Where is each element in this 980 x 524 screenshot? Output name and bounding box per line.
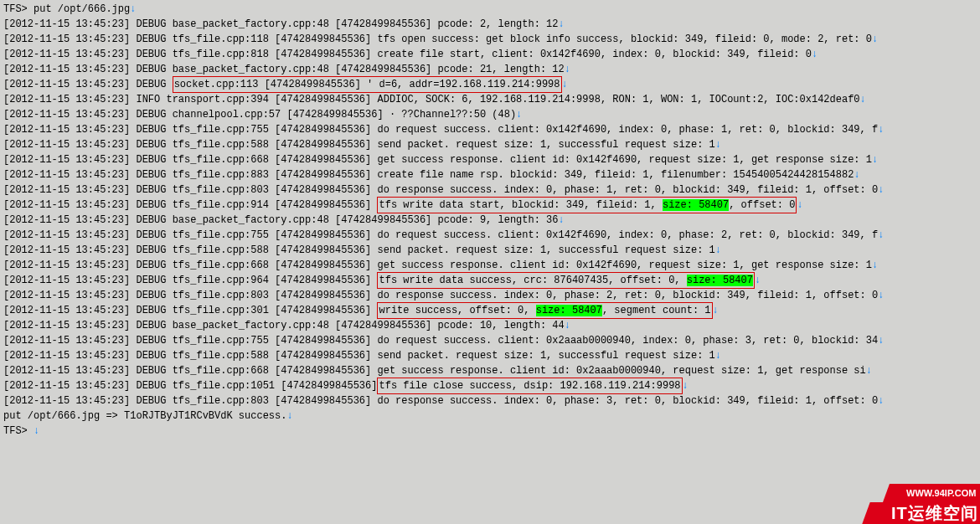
log-text: [2012-11-15 13:45:23] DEBUG tfs_file.cpp… [3, 169, 854, 181]
log-line: [2012-11-15 13:45:23] DEBUG socket.cpp:1… [3, 77, 977, 92]
log-line: [2012-11-15 13:45:23] DEBUG tfs_file.cpp… [3, 303, 977, 318]
log-text: [2012-11-15 13:45:23] DEBUG base_packet_… [3, 214, 559, 226]
newline-marker: ↓ [286, 410, 292, 422]
log-line: [2012-11-15 13:45:23] DEBUG tfs_file.cpp… [3, 258, 977, 273]
log-line: [2012-11-15 13:45:23] DEBUG tfs_file.cpp… [3, 288, 977, 303]
log-text: [2012-11-15 13:45:23] DEBUG channelpool.… [3, 109, 516, 121]
box-text: tfs write data success, crc: 876407435, … [379, 275, 686, 286]
highlight-box: write success, offset: 0, size: 58407, s… [377, 302, 712, 319]
log-text: [2012-11-15 13:45:23] DEBUG tfs_file.cpp… [3, 49, 812, 60]
log-text: [2012-11-15 13:45:23] DEBUG tfs_file.cpp… [3, 350, 715, 362]
newline-marker: ↓ [797, 199, 802, 211]
log-text: [2012-11-15 13:45:23] DEBUG tfs_file.cpp… [3, 365, 866, 377]
log-line: [2012-11-15 13:45:23] DEBUG tfs_file.cpp… [3, 198, 977, 213]
log-text: [2012-11-15 13:45:23] DEBUG tfs_file.cpp… [3, 244, 715, 256]
log-line: [2012-11-15 13:45:23] DEBUG base_packet_… [3, 62, 977, 77]
newline-marker: ↓ [812, 49, 818, 60]
newline-marker: ↓ [559, 214, 565, 226]
log-text: [2012-11-15 13:45:23] DEBUG tfs_file.cpp… [3, 33, 872, 45]
highlight-box: tfs write data success, crc: 876407435, … [377, 272, 754, 289]
log-text: [2012-11-15 13:45:23] DEBUG tfs_file.cpp… [3, 259, 872, 271]
newline-marker: ↓ [562, 79, 568, 90]
newline-marker: ↓ [878, 395, 884, 407]
newline-marker: ↓ [878, 124, 884, 136]
log-text: [2012-11-15 13:45:23] DEBUG tfs_file.cpp… [3, 335, 878, 347]
log-text: [2012-11-15 13:45:23] DEBUG base_packet_… [3, 320, 565, 331]
newline-marker: ↓ [559, 18, 565, 30]
prompt-line[interactable]: TFS> ↓ [3, 424, 977, 439]
newline-marker: ↓ [715, 350, 721, 362]
newline-marker: ↓ [683, 380, 689, 392]
box-text: , segment count: 1 [602, 305, 711, 316]
log-text: [2012-11-15 13:45:23] DEBUG tfs_file.cpp… [3, 275, 377, 286]
log-text: [2012-11-15 13:45:23] DEBUG tfs_file.cpp… [3, 154, 872, 166]
log-line: [2012-11-15 13:45:23] DEBUG tfs_file.cpp… [3, 348, 977, 363]
log-line: [2012-11-15 13:45:23] INFO transport.cpp… [3, 92, 977, 107]
log-text: [2012-11-15 13:45:23] DEBUG tfs_file.cpp… [3, 290, 878, 301]
log-line: [2012-11-15 13:45:23] DEBUG tfs_file.cpp… [3, 47, 977, 62]
log-line: [2012-11-15 13:45:23] DEBUG tfs_file.cpp… [3, 363, 977, 378]
log-text: [2012-11-15 13:45:23] DEBUG tfs_file.cpp… [3, 395, 878, 407]
log-line: [2012-11-15 13:45:23] DEBUG tfs_file.cpp… [3, 167, 977, 182]
log-text: [2012-11-15 13:45:23] DEBUG tfs_file.cpp… [3, 184, 878, 196]
log-line: [2012-11-15 13:45:23] DEBUG channelpool.… [3, 107, 977, 122]
newline-marker: ↓ [715, 139, 721, 151]
newline-marker: ↓ [854, 169, 859, 181]
log-text: [2012-11-15 13:45:23] DEBUG base_packet_… [3, 18, 559, 30]
terminal-output[interactable]: TFS> put /opt/666.jpg↓ [2012-11-15 13:45… [0, 0, 980, 440]
log-line: [2012-11-15 13:45:23] DEBUG tfs_file.cpp… [3, 393, 977, 408]
newline-marker: ↓ [872, 154, 878, 166]
log-text: [2012-11-15 13:45:23] DEBUG tfs_file.cpp… [3, 305, 377, 316]
box-text: tfs file close success, dsip: 192.168.11… [379, 380, 680, 392]
watermark: WWW.94IP.COM IT运维空间 [858, 484, 980, 524]
newline-marker: ↓ [715, 244, 721, 256]
watermark-brand: IT运维空间 [862, 502, 980, 524]
highlight-box: tfs file close success, dsip: 192.168.11… [377, 378, 682, 394]
newline-marker: ↓ [755, 275, 761, 286]
log-line: [2012-11-15 13:45:23] DEBUG tfs_file.cpp… [3, 122, 977, 137]
log-text: [2012-11-15 13:45:23] DEBUG tfs_file.cpp… [3, 139, 715, 151]
newline-marker: ↓ [872, 259, 878, 271]
highlighted-value: size: 58407 [536, 305, 602, 316]
log-line: [2012-11-15 13:45:23] DEBUG tfs_file.cpp… [3, 378, 977, 393]
newline-marker: ↓ [878, 335, 884, 347]
highlight-box: socket.cpp:113 [47428499845536] ' d=6, a… [173, 76, 562, 93]
command-line: TFS> put /opt/666.jpg↓ [3, 2, 977, 17]
result-line: put /opt/666.jpg => T1oRJTByJT1RCvBVdK s… [3, 408, 977, 424]
prompt-text: TFS> put /opt/666.jpg [3, 3, 130, 15]
watermark-url: WWW.94IP.COM [883, 484, 980, 502]
log-line: [2012-11-15 13:45:23] DEBUG tfs_file.cpp… [3, 273, 977, 288]
newline-marker: ↓ [878, 229, 884, 241]
newline-marker: ↓ [878, 290, 884, 301]
box-text: tfs write data start, blockid: 349, file… [379, 199, 662, 211]
newline-marker: ↓ [713, 305, 719, 316]
log-text: [2012-11-15 13:45:23] DEBUG tfs_file.cpp… [3, 199, 377, 211]
highlight-box: tfs write data start, blockid: 349, file… [377, 197, 797, 213]
log-line: [2012-11-15 13:45:23] DEBUG tfs_file.cpp… [3, 182, 977, 198]
log-line: [2012-11-15 13:45:23] DEBUG tfs_file.cpp… [3, 333, 977, 348]
newline-marker: ↓ [565, 64, 570, 75]
newline-marker: ↓ [860, 94, 866, 105]
box-text: socket.cpp:113 [47428499845536] ' d=6, a… [174, 79, 560, 90]
newline-marker: ↓ [866, 365, 872, 377]
log-line: [2012-11-15 13:45:23] DEBUG tfs_file.cpp… [3, 228, 977, 243]
log-text: [2012-11-15 13:45:23] DEBUG tfs_file.cpp… [3, 380, 377, 392]
box-text: , offset: 0 [729, 199, 795, 211]
result-text: put /opt/666.jpg => T1oRJTByJT1RCvBVdK s… [3, 410, 286, 422]
log-line: [2012-11-15 13:45:23] DEBUG tfs_file.cpp… [3, 152, 977, 167]
newline-marker: ↓ [878, 184, 884, 196]
log-line: [2012-11-15 13:45:23] DEBUG tfs_file.cpp… [3, 32, 977, 47]
log-text: [2012-11-15 13:45:23] DEBUG tfs_file.cpp… [3, 124, 878, 136]
newline-marker: ↓ [872, 33, 878, 45]
log-line: [2012-11-15 13:45:23] DEBUG tfs_file.cpp… [3, 137, 977, 152]
highlighted-value: size: 58407 [663, 199, 729, 211]
box-text: write success, offset: 0, [379, 305, 535, 316]
newline-marker: ↓ [34, 425, 39, 437]
newline-marker: ↓ [565, 320, 570, 331]
log-text: [2012-11-15 13:45:23] DEBUG tfs_file.cpp… [3, 229, 878, 241]
log-line: [2012-11-15 13:45:23] DEBUG base_packet_… [3, 17, 977, 32]
newline-marker: ↓ [516, 109, 522, 121]
prompt-text: TFS> [3, 425, 34, 437]
log-line: [2012-11-15 13:45:23] DEBUG base_packet_… [3, 213, 977, 228]
log-text: [2012-11-15 13:45:23] DEBUG base_packet_… [3, 64, 565, 75]
